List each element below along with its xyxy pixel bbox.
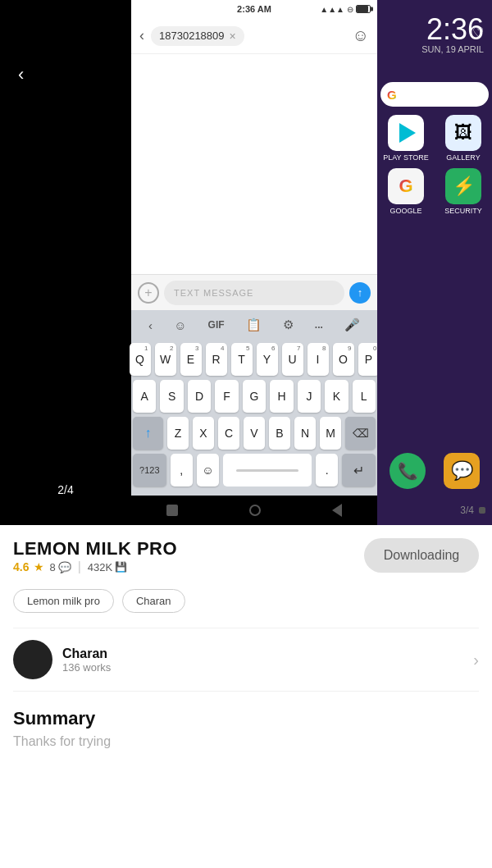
- app-gallery[interactable]: 🖼 GALLERY: [438, 115, 489, 162]
- author-row[interactable]: Charan 136 works ›: [13, 628, 479, 692]
- keyboard: Q1 W2 E3 R4 T5 Y6 U7 I8 O9 P0 A S D F G …: [131, 340, 377, 496]
- key-d[interactable]: D: [188, 380, 211, 413]
- key-a[interactable]: A: [133, 380, 156, 413]
- downloading-button[interactable]: Downloading: [364, 538, 479, 573]
- left-panel: ‹ 2/4: [0, 0, 131, 525]
- back-arrow-icon[interactable]: ‹: [18, 64, 24, 85]
- keyboard-back-icon[interactable]: ‹: [148, 318, 153, 332]
- key-p[interactable]: P0: [358, 343, 380, 376]
- key-backspace[interactable]: ⌫: [345, 417, 376, 450]
- status-icons: ▲▲▲ ⊖: [320, 5, 371, 14]
- author-works: 136 works: [62, 661, 463, 674]
- google-search-bar[interactable]: G: [380, 82, 489, 107]
- chip-close-icon[interactable]: ×: [230, 30, 236, 43]
- phone-number-chip[interactable]: 18730218809 ×: [151, 26, 244, 46]
- key-u[interactable]: U7: [282, 343, 303, 376]
- key-w[interactable]: W2: [155, 343, 176, 376]
- key-b[interactable]: B: [269, 417, 290, 450]
- status-time: 2:36 AM: [237, 4, 271, 14]
- right-clock-date: SUN, 19 APRIL: [421, 44, 484, 54]
- security-label: SECURITY: [444, 207, 482, 215]
- key-j[interactable]: J: [298, 380, 321, 413]
- phone-number-text: 18730218809: [159, 30, 225, 42]
- key-n[interactable]: N: [294, 417, 316, 450]
- author-name: Charan: [62, 646, 463, 661]
- key-period[interactable]: .: [316, 454, 338, 487]
- key-e[interactable]: E3: [180, 343, 202, 376]
- more-options[interactable]: ...: [315, 319, 323, 331]
- message-area: [131, 54, 377, 274]
- key-g[interactable]: G: [243, 380, 266, 413]
- key-l[interactable]: L: [353, 380, 376, 413]
- keyboard-row-4: ?123 , ☺ . ↵: [133, 454, 376, 487]
- gallery-icon: 🖼: [445, 115, 481, 151]
- phone-back-button[interactable]: ‹: [139, 27, 144, 44]
- size-icon: 💾: [115, 561, 127, 573]
- security-icon: ⚡: [445, 168, 481, 204]
- key-t[interactable]: T5: [231, 343, 253, 376]
- summary-section: Summary Thanks for trying: [13, 708, 479, 749]
- key-numbers[interactable]: ?123: [133, 454, 166, 487]
- key-shift[interactable]: ↑: [133, 417, 163, 450]
- key-x[interactable]: X: [193, 417, 214, 450]
- key-space[interactable]: [223, 454, 312, 487]
- dock-chat[interactable]: 💬: [444, 453, 480, 489]
- key-h[interactable]: H: [270, 380, 293, 413]
- send-button[interactable]: ↑: [349, 282, 371, 304]
- content-area: LEMON MILK PRO 4.6 ★ 8 💬 | 432K 💾 Downlo…: [0, 525, 492, 749]
- key-r[interactable]: R4: [206, 343, 227, 376]
- play-store-icon: [388, 115, 424, 151]
- separator: |: [78, 560, 81, 574]
- keyboard-row-2: A S D F G H J K L: [133, 380, 376, 413]
- profile-icon[interactable]: ☺: [353, 26, 369, 45]
- home-nav-circle: [249, 505, 261, 516]
- app-play-store[interactable]: PLAY STORE: [380, 115, 431, 162]
- google-logo: G: [387, 88, 397, 102]
- comment-icon: 💬: [58, 561, 71, 573]
- right-nav-row: 3/4: [377, 496, 492, 525]
- app-google[interactable]: G GOOGLE: [380, 168, 431, 215]
- plus-button[interactable]: +: [138, 282, 159, 304]
- wifi-icon: ⊖: [347, 5, 353, 14]
- key-q[interactable]: Q1: [130, 343, 151, 376]
- key-o[interactable]: O9: [333, 343, 354, 376]
- mic-icon[interactable]: 🎤: [344, 318, 360, 332]
- key-comma[interactable]: ,: [171, 454, 193, 487]
- key-z[interactable]: Z: [167, 417, 189, 450]
- dock-phone[interactable]: 📞: [390, 453, 426, 489]
- summary-text: Thanks for trying: [13, 734, 479, 749]
- key-y[interactable]: Y6: [257, 343, 278, 376]
- rating-row: 4.6 ★ 8 💬 | 432K 💾: [13, 560, 177, 574]
- clipboard-icon[interactable]: 📋: [246, 318, 262, 332]
- home-nav-back: [332, 504, 342, 517]
- key-i[interactable]: I8: [308, 343, 329, 376]
- font-name-title: LEMON MILK PRO: [13, 538, 177, 560]
- keyboard-row-3: ↑ Z X C V B N M ⌫: [133, 417, 376, 450]
- right-page-indicator: 3/4: [460, 505, 474, 516]
- rating-value: 4.6: [13, 560, 29, 573]
- status-bar: 2:36 AM ▲▲▲ ⊖: [131, 0, 377, 18]
- rating-count: 8 💬: [49, 561, 71, 573]
- tag-charan[interactable]: Charan: [122, 589, 185, 613]
- app-security[interactable]: ⚡ SECURITY: [438, 168, 489, 215]
- key-c[interactable]: C: [218, 417, 239, 450]
- key-v[interactable]: V: [244, 417, 265, 450]
- signal-icon: ▲▲▲: [320, 5, 344, 14]
- gif-button[interactable]: GIF: [208, 319, 225, 331]
- text-message-input[interactable]: TEXT MESSAGE: [164, 281, 344, 305]
- gallery-label: GALLERY: [446, 153, 480, 162]
- google-icon: G: [388, 168, 424, 204]
- right-nav-dot: [479, 507, 485, 514]
- key-f[interactable]: F: [215, 380, 238, 413]
- tag-lemon-milk-pro[interactable]: Lemon milk pro: [13, 589, 114, 613]
- phone-screen: 2:36 AM ▲▲▲ ⊖ ‹ 18730218809 × ☺ + T: [131, 0, 377, 525]
- sticker-icon[interactable]: ☺: [174, 318, 186, 332]
- key-k[interactable]: K: [325, 380, 348, 413]
- key-s[interactable]: S: [160, 380, 183, 413]
- key-enter[interactable]: ↵: [342, 454, 376, 487]
- phone-call-icon: 📞: [390, 453, 426, 489]
- settings-icon[interactable]: ⚙: [283, 318, 294, 332]
- tags-row: Lemon milk pro Charan: [13, 589, 479, 613]
- key-m[interactable]: M: [320, 417, 341, 450]
- key-emoji[interactable]: ☺: [197, 454, 219, 487]
